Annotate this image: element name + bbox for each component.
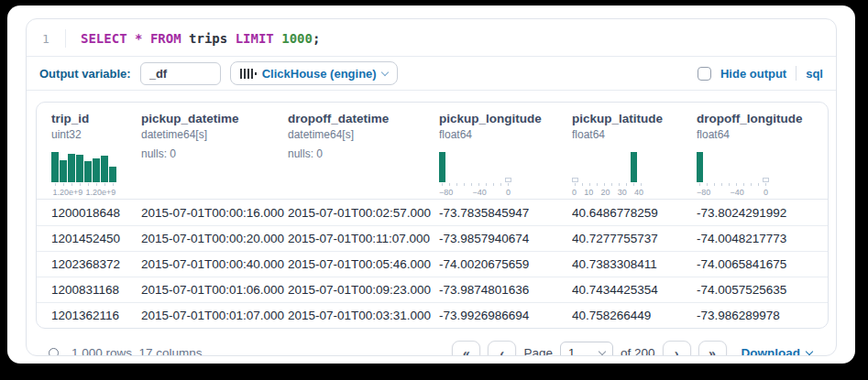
histogram-axis: −80−400: [439, 188, 512, 197]
column-type: float64: [572, 128, 689, 141]
code-token: [274, 31, 281, 46]
table-row[interactable]: 12000186482015-07-01T00:00:16.0002015-07…: [37, 200, 828, 225]
first-page-button[interactable]: «: [452, 341, 480, 356]
table-cell: 40.7383308411: [572, 257, 697, 271]
column-name: pickup_latitude: [572, 112, 689, 125]
table-cell: 40.758266449: [572, 309, 697, 322]
table-cell: 1200018648: [51, 206, 141, 220]
table-cell: 2015-07-01T00:11:07.000: [288, 232, 439, 245]
histogram-bar: [101, 156, 108, 182]
toolbar-right-group: Hide output sql: [698, 66, 823, 81]
page-count-label: of 200: [621, 346, 655, 356]
table-footer: 1,000 rows, 17 columns « ‹ Page 1 of 200…: [36, 329, 827, 356]
column-type: uint32: [51, 128, 134, 141]
table-cell: -73.9857940674: [439, 232, 572, 245]
table-row[interactable]: 12023683722015-07-01T00:00:40.0002015-07…: [37, 251, 828, 277]
page-label: Page: [523, 346, 553, 356]
output-variable-label: Output variable:: [39, 67, 131, 81]
language-badge: sql: [806, 67, 823, 81]
next-page-button[interactable]: ›: [663, 341, 691, 356]
table-cell: -73.986289978: [697, 309, 827, 322]
histogram-bar: [439, 152, 445, 182]
output-area: trip_iduint321.20e+91.20e+9pickup_dateti…: [27, 91, 836, 356]
sql-code[interactable]: SELECT * FROM trips LIMIT 1000;: [65, 29, 836, 48]
table-cell: -73.8024291992: [697, 206, 827, 220]
code-editor[interactable]: 1 SELECT * FROM trips LIMIT 1000;: [27, 19, 836, 56]
sql-cell: 1 SELECT * FROM trips LIMIT 1000; Output…: [26, 18, 837, 356]
histogram-bar: [68, 154, 75, 182]
column-histogram: −80−400: [439, 152, 565, 197]
table-cell: 40.6486778259: [572, 206, 697, 220]
column-type: datetime64[s]: [288, 128, 432, 141]
code-token: LIMIT: [236, 31, 274, 46]
table-cell: 2015-07-01T00:00:20.000: [141, 232, 288, 245]
output-variable-input[interactable]: [140, 62, 221, 85]
column-header-pickup_latitude[interactable]: pickup_latitudefloat64010203040: [572, 112, 697, 199]
table-cell: 1201362116: [51, 309, 141, 322]
chevron-down-icon: [380, 68, 388, 75]
table-row[interactable]: 12008311682015-07-01T00:01:06.0002015-07…: [37, 277, 828, 302]
histogram-bar: [572, 178, 578, 182]
histogram-bar: [505, 178, 511, 182]
histogram-bar: [93, 158, 100, 182]
table-cell: 2015-07-01T00:03:31.000: [288, 309, 439, 322]
table-cell: -74.0065841675: [697, 257, 827, 271]
pagination: « ‹ Page 1 of 200 › » Download: [452, 341, 821, 356]
code-token: [142, 31, 149, 46]
engine-selector-button[interactable]: ClickHouse (engine): [230, 61, 398, 85]
page-select[interactable]: 1: [560, 342, 613, 357]
table-row[interactable]: 12014524502015-07-01T00:00:20.0002015-07…: [37, 225, 828, 251]
rows-columns-summary: 1,000 rows, 17 columns: [71, 346, 203, 356]
code-token: 1000: [281, 31, 313, 46]
table-cell: 2015-07-01T00:01:06.000: [141, 283, 288, 297]
download-label: Download: [742, 346, 801, 356]
notebook-window: 1 SELECT * FROM trips LIMIT 1000; Output…: [7, 5, 855, 364]
histogram-bar: [51, 152, 59, 182]
table-cell: -74.0057525635: [697, 283, 827, 297]
table-cell: 40.7434425354: [572, 283, 697, 297]
histogram-bar: [763, 178, 769, 182]
last-page-button[interactable]: »: [698, 341, 727, 356]
column-header-dropoff_longitude[interactable]: dropoff_longitudefloat64−80−400: [697, 112, 827, 199]
column-type: float64: [439, 128, 565, 141]
histogram-axis: −80−400: [697, 188, 770, 197]
column-header-dropoff_datetime[interactable]: dropoff_datetimedatetime64[s]nulls: 0: [288, 112, 439, 199]
table-cell: -73.9874801636: [439, 283, 572, 297]
table-cell: -74.0048217773: [697, 232, 827, 245]
download-button[interactable]: Download: [742, 346, 813, 356]
column-header-trip_id[interactable]: trip_iduint321.20e+91.20e+9: [51, 112, 141, 199]
table-cell: 2015-07-01T00:02:57.000: [288, 206, 439, 220]
table-cell: 2015-07-01T00:01:07.000: [141, 309, 288, 322]
table-cell: -73.7835845947: [439, 206, 572, 220]
table-cell: 1200831168: [51, 283, 141, 297]
histogram-axis: 010203040: [572, 188, 645, 197]
histogram-bar: [697, 152, 703, 182]
code-token: trips: [181, 31, 236, 46]
table-cell: 2015-07-01T00:00:16.000: [141, 206, 288, 220]
column-histogram: −80−400: [697, 152, 819, 197]
chevron-down-icon: [806, 348, 813, 355]
code-token: [127, 31, 135, 46]
column-name: pickup_datetime: [141, 112, 280, 125]
previous-page-button[interactable]: ‹: [488, 341, 516, 356]
footer-left: 1,000 rows, 17 columns: [49, 346, 203, 356]
histogram-bar: [84, 161, 92, 182]
table-cell: 1201452450: [51, 232, 141, 245]
column-type: datetime64[s]: [141, 128, 280, 141]
chevron-down-icon: [599, 348, 606, 355]
page-select-value: 1: [568, 346, 575, 356]
table-cell: -74.0020675659: [439, 257, 572, 271]
column-name: trip_id: [51, 112, 134, 125]
table-cell: -73.9926986694: [439, 309, 572, 322]
histogram-bar: [631, 152, 637, 182]
table-row[interactable]: 12013621162015-07-01T00:01:07.0002015-07…: [37, 302, 828, 328]
column-header-pickup_datetime[interactable]: pickup_datetimedatetime64[s]nulls: 0: [141, 112, 288, 199]
column-header-pickup_longitude[interactable]: pickup_longitudefloat64−80−400: [439, 112, 572, 199]
line-number: 1: [27, 32, 65, 46]
histogram-bar: [60, 160, 67, 182]
table-cell: 2015-07-01T00:09:23.000: [288, 283, 439, 297]
column-type: float64: [697, 128, 819, 141]
dataframe-table: trip_iduint321.20e+91.20e+9pickup_dateti…: [36, 102, 829, 329]
hide-output-checkbox[interactable]: [698, 67, 711, 81]
search-icon[interactable]: [49, 348, 59, 356]
